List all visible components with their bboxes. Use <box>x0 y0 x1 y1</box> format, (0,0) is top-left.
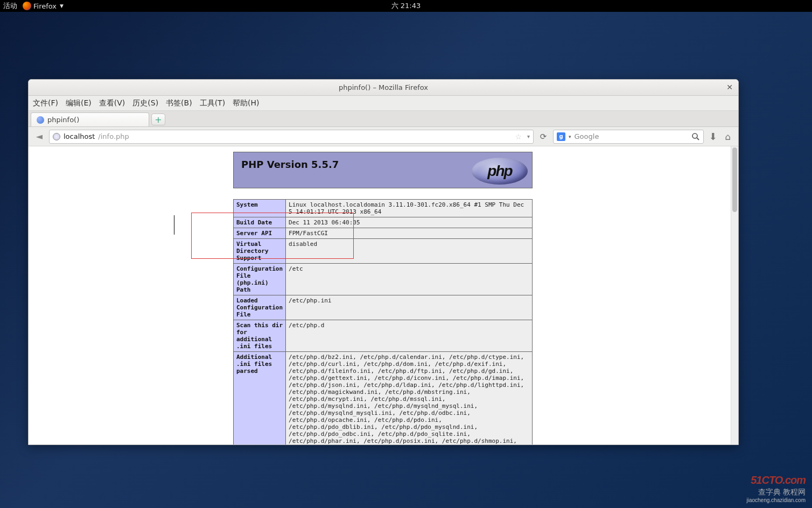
phpinfo-table: SystemLinux localhost.localdomain 3.11.1… <box>233 199 533 444</box>
globe-icon <box>53 133 60 140</box>
page-viewport: PHP Version 5.5.7 php SystemLinux localh… <box>29 146 738 444</box>
phpinfo-header: PHP Version 5.5.7 php <box>233 152 533 188</box>
plus-icon: + <box>155 115 162 125</box>
firefox-icon <box>23 2 31 10</box>
php-version-title: PHP Version 5.5.7 <box>241 159 339 170</box>
window-titlebar[interactable]: phpinfo() – Mozilla Firefox ✕ <box>29 80 738 96</box>
row-value: /etc/php.d/bz2.ini, /etc/php.d/calendar.… <box>286 352 533 445</box>
table-row: SystemLinux localhost.localdomain 3.11.1… <box>234 200 533 217</box>
activities-button[interactable]: 活动 <box>3 1 17 11</box>
vertical-scrollbar[interactable] <box>731 146 738 444</box>
back-icon: ◄ <box>36 131 43 142</box>
bookmark-star-icon[interactable]: ☆ <box>515 132 522 141</box>
watermark-line2: 查字典 教程网 <box>746 487 806 497</box>
window-title: phpinfo() – Mozilla Firefox <box>339 83 428 91</box>
row-key: Build Date <box>234 217 286 228</box>
menu-file[interactable]: 文件(F) <box>33 98 58 108</box>
php-logo-text: php <box>487 163 512 180</box>
table-row: Configuration File (php.ini) Path/etc <box>234 264 533 295</box>
row-key: Loaded Configuration File <box>234 295 286 320</box>
watermark-line3: jiaocheng.chazidian.com <box>746 497 806 504</box>
close-icon: ✕ <box>726 83 733 91</box>
firefox-app-menu[interactable]: Firefox ▼ <box>23 2 64 10</box>
php-logo: php <box>472 158 528 185</box>
tab-strip: phpinfo() + <box>29 111 738 127</box>
row-key: Configuration File (php.ini) Path <box>234 264 286 295</box>
row-value: /etc <box>286 264 533 295</box>
row-value: /etc/php.d <box>286 320 533 352</box>
download-icon: ⬇ <box>709 131 717 142</box>
urlbar-chevron-icon[interactable]: ▾ <box>527 133 530 139</box>
tab-favicon <box>37 116 44 124</box>
tab-title: phpinfo() <box>47 116 79 124</box>
table-row: Build DateDec 11 2013 06:40:05 <box>234 217 533 228</box>
svg-line-1 <box>697 138 699 140</box>
text-cursor <box>174 215 174 235</box>
watermark-line1: 51CTO.com <box>746 473 806 487</box>
close-button[interactable]: ✕ <box>725 83 734 91</box>
chevron-down-icon: ▼ <box>60 3 64 9</box>
menu-bookmarks[interactable]: 书签(B) <box>166 98 192 108</box>
downloads-button[interactable]: ⬇ <box>707 131 719 142</box>
engine-chevron-icon[interactable]: ▾ <box>569 134 571 139</box>
search-box[interactable]: g ▾ Google <box>553 130 704 144</box>
home-button[interactable]: ⌂ <box>722 131 734 142</box>
table-row: Server APIFPM/FastCGI <box>234 228 533 239</box>
reload-button[interactable]: ⟳ <box>537 132 550 142</box>
menu-tools[interactable]: 工具(T) <box>200 98 225 108</box>
clock[interactable]: 六 21:43 <box>391 1 421 11</box>
menu-view[interactable]: 查看(V) <box>99 98 125 108</box>
gnome-top-bar: 活动 Firefox ▼ 六 21:43 <box>0 0 812 12</box>
row-key: Server API <box>234 228 286 239</box>
home-icon: ⌂ <box>725 131 731 142</box>
row-key: Additional .ini files parsed <box>234 352 286 445</box>
menu-edit[interactable]: 编辑(E) <box>66 98 92 108</box>
search-engine-icon[interactable]: g <box>557 132 565 141</box>
row-value: disabled <box>286 239 533 264</box>
row-value: Dec 11 2013 06:40:05 <box>286 217 533 228</box>
table-row: Loaded Configuration File/etc/php.ini <box>234 295 533 320</box>
firefox-window: phpinfo() – Mozilla Firefox ✕ 文件(F) 编辑(E… <box>28 79 739 445</box>
scroll-thumb[interactable] <box>732 147 737 212</box>
row-value: FPM/FastCGI <box>286 228 533 239</box>
row-key: Virtual Directory Support <box>234 239 286 264</box>
menu-history[interactable]: 历史(S) <box>132 98 158 108</box>
back-button[interactable]: ◄ <box>33 130 46 143</box>
row-key: Scan this dir for additional .ini files <box>234 320 286 352</box>
watermark: 51CTO.com 查字典 教程网 jiaocheng.chazidian.co… <box>746 473 806 504</box>
row-key: System <box>234 200 286 217</box>
url-host: localhost <box>64 132 95 140</box>
table-row: Virtual Directory Supportdisabled <box>234 239 533 264</box>
search-icon[interactable] <box>691 132 700 141</box>
url-path: /info.php <box>98 132 129 140</box>
tab-phpinfo[interactable]: phpinfo() <box>31 112 149 126</box>
table-row: Additional .ini files parsed/etc/php.d/b… <box>234 352 533 445</box>
firefox-app-label: Firefox <box>33 2 57 10</box>
row-value: /etc/php.ini <box>286 295 533 320</box>
svg-point-0 <box>692 133 697 138</box>
menu-help[interactable]: 帮助(H) <box>233 98 259 108</box>
menubar: 文件(F) 编辑(E) 查看(V) 历史(S) 书签(B) 工具(T) 帮助(H… <box>29 96 738 111</box>
nav-toolbar: ◄ localhost/info.php ☆ ▾ ⟳ g ▾ Google ⬇ … <box>29 127 738 146</box>
table-row: Scan this dir for additional .ini files/… <box>234 320 533 352</box>
search-placeholder: Google <box>575 132 599 140</box>
reload-icon: ⟳ <box>540 132 547 142</box>
phpinfo-content: PHP Version 5.5.7 php SystemLinux localh… <box>233 152 533 444</box>
new-tab-button[interactable]: + <box>151 114 165 125</box>
url-bar[interactable]: localhost/info.php ☆ ▾ <box>49 130 534 144</box>
row-value: Linux localhost.localdomain 3.11.10-301.… <box>286 200 533 217</box>
